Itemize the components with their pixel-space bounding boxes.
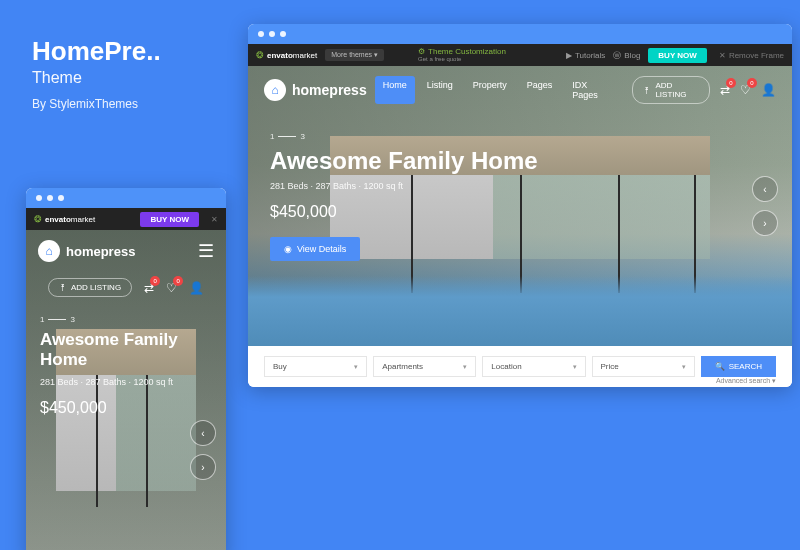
account-button[interactable]: 👤	[761, 83, 776, 97]
envato-logo[interactable]: ❂ envatomarket	[34, 214, 95, 224]
prev-slide-button[interactable]: ‹	[190, 420, 216, 446]
slide-pager: 13	[270, 132, 770, 141]
next-slide-button[interactable]: ›	[190, 454, 216, 480]
compare-button[interactable]: ⇄0	[720, 83, 730, 97]
promo-title: HomePre.. Theme By StylemixThemes	[32, 36, 161, 111]
advanced-search-link[interactable]: Advanced search ▾	[716, 377, 776, 385]
envato-logo[interactable]: ❂ envatomarket	[256, 50, 317, 60]
view-details-button[interactable]: ◉View Details	[270, 237, 360, 261]
window-dot-icon	[280, 31, 286, 37]
search-icon: 🔍	[715, 362, 725, 371]
upload-icon: ⭱	[59, 283, 67, 292]
theme-author: By StylemixThemes	[32, 97, 161, 111]
leaf-icon: ❂	[256, 50, 264, 60]
nav-property[interactable]: Property	[465, 76, 515, 104]
listing-meta: 281 Beds · 287 Baths · 1200 sq ft	[270, 181, 770, 191]
favorites-button[interactable]: ♡0	[166, 281, 177, 295]
buy-now-button[interactable]: BUY NOW	[140, 212, 199, 227]
logo-text: homepress	[66, 244, 135, 259]
pager-total: 3	[70, 315, 74, 324]
tutorials-link[interactable]: ▶Tutorials	[566, 51, 605, 60]
leaf-icon: ❂	[34, 214, 42, 224]
envato-brand1: envato	[267, 51, 293, 60]
pager-current: 1	[270, 132, 274, 141]
site-nav: ⌂ homepress Home Listing Property Pages …	[248, 66, 792, 114]
window-titlebar	[248, 24, 792, 44]
slide-pager: 13	[40, 315, 212, 324]
compare-button[interactable]: ⇄0	[144, 281, 154, 295]
envato-brand2: market	[293, 51, 317, 60]
envato-toolbar: ❂ envatomarket BUY NOW ✕	[26, 208, 226, 230]
window-dot-icon	[36, 195, 42, 201]
search-location-select[interactable]: Location▾	[482, 356, 585, 377]
envato-brand1: envato	[45, 215, 71, 224]
upload-icon: ⭱	[643, 86, 651, 95]
pager-current: 1	[40, 315, 44, 324]
chevron-down-icon: ▾	[374, 51, 378, 58]
add-listing-button[interactable]: ⭱ADD LISTING	[48, 278, 132, 297]
house-icon: ⌂	[38, 240, 60, 262]
theme-customization-link[interactable]: ⚙Theme Customization Get a free quote	[418, 48, 506, 62]
wordpress-icon: ⓦ	[613, 50, 621, 61]
hero-content: 13 Awesome Family Home 281 Beds · 287 Ba…	[248, 114, 792, 279]
search-type-select[interactable]: Buy▾	[264, 356, 367, 377]
window-dot-icon	[269, 31, 275, 37]
slider-arrows: ‹ ›	[190, 420, 216, 480]
search-bar: Buy▾ Apartments▾ Location▾ Price▾ 🔍SEARC…	[248, 346, 792, 387]
account-button[interactable]: 👤	[189, 281, 204, 295]
homepress-logo[interactable]: ⌂ homepress	[264, 79, 367, 101]
search-category-select[interactable]: Apartments▾	[373, 356, 476, 377]
chevron-down-icon: ▾	[772, 377, 776, 384]
chevron-down-icon: ▾	[573, 363, 577, 371]
search-button[interactable]: 🔍SEARCH	[701, 356, 776, 377]
gear-icon: ⚙	[418, 48, 425, 56]
eye-icon: ◉	[284, 244, 292, 254]
more-themes-dropdown[interactable]: More themes ▾	[325, 49, 384, 61]
desktop-preview-window: ❂ envatomarket More themes ▾ ⚙Theme Cust…	[248, 24, 792, 387]
fav-badge: 0	[173, 276, 183, 286]
listing-meta: 281 Beds · 287 Baths · 1200 sq ft	[40, 377, 212, 387]
nav-idx[interactable]: IDX Pages	[564, 76, 612, 104]
blog-link[interactable]: ⓦBlog	[613, 50, 640, 61]
hero-section: ⌂ homepress ☰ ⭱ADD LISTING ⇄0 ♡0 👤 13 Aw…	[26, 230, 226, 550]
favorites-button[interactable]: ♡0	[740, 83, 751, 97]
nav-actions: ⭱ADD LISTING ⇄0 ♡0 👤	[38, 278, 214, 297]
chevron-down-icon: ▾	[682, 363, 686, 371]
window-dot-icon	[47, 195, 53, 201]
nav-actions: ⭱ADD LISTING ⇄0 ♡0 👤	[632, 76, 776, 104]
listing-price: $450,000	[270, 203, 770, 221]
listing-title: Awesome Family Home	[40, 330, 212, 371]
prev-slide-button[interactable]: ‹	[752, 176, 778, 202]
house-icon: ⌂	[264, 79, 286, 101]
mobile-preview-window: ❂ envatomarket BUY NOW ✕ ⌂ homepress ☰ ⭱…	[26, 188, 226, 550]
user-icon: 👤	[189, 281, 204, 295]
envato-toolbar: ❂ envatomarket More themes ▾ ⚙Theme Cust…	[248, 44, 792, 66]
menu-button[interactable]: ☰	[198, 240, 214, 262]
site-nav: ⌂ homepress ☰ ⭱ADD LISTING ⇄0 ♡0 👤	[26, 230, 226, 303]
nav-home[interactable]: Home	[375, 76, 415, 104]
chevron-down-icon: ▾	[354, 363, 358, 371]
compare-badge: 0	[726, 78, 736, 88]
remove-frame-button[interactable]: ✕Remove Frame	[719, 51, 784, 60]
next-slide-button[interactable]: ›	[752, 210, 778, 236]
listing-price: $450,000	[40, 399, 212, 417]
close-frame-button[interactable]: ✕	[211, 215, 218, 224]
nav-listing[interactable]: Listing	[419, 76, 461, 104]
window-dot-icon	[58, 195, 64, 201]
homepress-logo[interactable]: ⌂ homepress	[38, 240, 135, 262]
chevron-down-icon: ▾	[463, 363, 467, 371]
buy-now-button[interactable]: BUY NOW	[648, 48, 707, 63]
nav-pages[interactable]: Pages	[519, 76, 561, 104]
add-listing-button[interactable]: ⭱ADD LISTING	[632, 76, 710, 104]
theme-name: HomePre..	[32, 36, 161, 67]
play-icon: ▶	[566, 51, 572, 60]
fav-badge: 0	[747, 78, 757, 88]
hero-section: ⌂ homepress Home Listing Property Pages …	[248, 66, 792, 346]
theme-subtitle: Theme	[32, 69, 161, 87]
logo-text: homepress	[292, 82, 367, 98]
listing-title: Awesome Family Home	[270, 147, 770, 175]
search-price-select[interactable]: Price▾	[592, 356, 695, 377]
user-icon: 👤	[761, 83, 776, 97]
window-titlebar	[26, 188, 226, 208]
envato-brand2: market	[71, 215, 95, 224]
